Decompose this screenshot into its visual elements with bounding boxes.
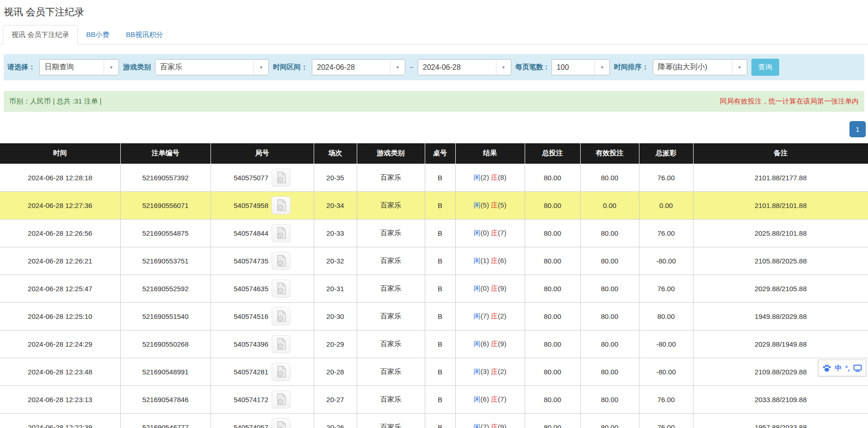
cell-bet-id: 521690556071 (120, 191, 211, 219)
game-type-label: 游戏类别 (123, 63, 151, 72)
video-replay-button[interactable] (272, 363, 291, 381)
date-from-select[interactable]: 2024-06-28 ▼ (312, 59, 405, 75)
keyboard-icon[interactable] (853, 364, 862, 372)
cell-payout: -80.00 (639, 247, 693, 275)
chinese-mode-indicator[interactable]: 中 (835, 364, 842, 373)
table-row: 2024-06-28 12:24:29 521690550268 5405743… (0, 330, 868, 358)
cell-result: 闲(0) 庄(7) (455, 219, 525, 247)
time-range-label: 时间区间： (273, 63, 308, 72)
paw-icon[interactable] (822, 364, 831, 372)
pagination: 1 (849, 121, 866, 137)
chevron-down-icon[interactable]: ▼ (732, 60, 747, 75)
video-replay-button[interactable] (272, 280, 291, 298)
cell-payout: -80.00 (639, 330, 693, 358)
cell-total-bet[interactable]: 80.00 (525, 358, 580, 385)
cell-time: 2024-06-28 12:23:13 (0, 385, 120, 413)
cell-game-type: 百家乐 (357, 247, 425, 275)
filter-bar: 请选择： 日期查询 ▼ 游戏类别 百家乐 ▼ 时间区间： 2024-06-28 … (4, 54, 864, 80)
cell-total-bet[interactable]: 80.00 (525, 191, 580, 219)
video-replay-button[interactable] (272, 169, 291, 187)
col-bet-id: 注单编号 (120, 143, 211, 164)
tab-bb-tip[interactable]: BB小费 (78, 25, 118, 44)
page-1-button[interactable]: 1 (849, 121, 866, 137)
cell-total-bet[interactable]: 80.00 (525, 219, 580, 247)
cell-time: 2024-06-28 12:25:10 (0, 302, 120, 330)
col-note: 备注 (693, 143, 868, 164)
tab-bb-video-points[interactable]: BB视讯积分 (118, 25, 171, 44)
film-document-icon (276, 366, 287, 378)
cell-total-bet[interactable]: 80.00 (525, 385, 580, 413)
chevron-down-icon[interactable]: ▼ (254, 60, 268, 75)
video-replay-button[interactable] (272, 252, 291, 270)
cell-total-bet[interactable]: 80.00 (525, 413, 580, 428)
video-replay-button[interactable] (272, 418, 291, 428)
date-from-value: 2024-06-28 (312, 60, 390, 75)
chevron-down-icon[interactable]: ▼ (104, 60, 118, 75)
film-document-icon (276, 421, 287, 428)
time-sort-value: 降幂(由大到小) (653, 60, 732, 75)
cell-table-no: B (425, 164, 455, 191)
chevron-down-icon[interactable]: ▼ (496, 60, 511, 75)
tab-member-bet-records[interactable]: 视讯 会员下注纪录 (3, 25, 78, 45)
film-document-icon (276, 199, 287, 211)
cell-result: 闲(2) 庄(8) (455, 164, 525, 191)
cell-valid-bet: 80.00 (580, 413, 639, 428)
table-header-row: 时间 注单编号 局号 场次 游戏类别 桌号 结果 总投注 有效投注 总派彩 备注 (0, 143, 868, 164)
cell-table-no: B (425, 358, 455, 385)
cell-round-id: 540574958 (211, 191, 314, 219)
video-replay-button[interactable] (272, 224, 291, 242)
cell-round-id: 540574844 (211, 219, 314, 247)
cell-game-type: 百家乐 (357, 191, 425, 219)
cell-total-bet[interactable]: 80.00 (525, 247, 580, 275)
cell-game-type: 百家乐 (357, 302, 425, 330)
round-id-text: 540574281 (234, 368, 268, 376)
cell-bet-id: 521690546777 (120, 413, 211, 428)
game-type-select[interactable]: 百家乐 ▼ (155, 59, 269, 75)
punctuation-indicator[interactable]: °, (845, 364, 849, 372)
round-id-text: 540574958 (234, 202, 268, 209)
cell-payout: 80.00 (639, 302, 693, 330)
cell-total-bet[interactable]: 80.00 (525, 302, 580, 330)
cell-round-id: 540575077 (211, 164, 314, 191)
query-type-value: 日期查询 (40, 60, 104, 75)
chevron-down-icon[interactable]: ▼ (390, 60, 405, 75)
cell-round-id: 540574172 (211, 385, 314, 413)
cell-table-no: B (425, 302, 455, 330)
col-total-bet: 总投注 (525, 143, 580, 164)
game-type-value: 百家乐 (155, 60, 254, 75)
cell-round-id: 540574516 (211, 302, 314, 330)
cell-total-bet[interactable]: 80.00 (525, 275, 580, 302)
cell-round-id: 540574635 (211, 275, 314, 302)
cell-time: 2024-06-28 12:28:18 (0, 164, 120, 191)
cell-time: 2024-06-28 12:26:21 (0, 247, 120, 275)
cell-bet-id: 521690547846 (120, 385, 211, 413)
video-replay-button[interactable] (272, 196, 291, 214)
cell-note: 2101.88/2177.88 (693, 164, 868, 191)
col-round-id: 局号 (211, 143, 314, 164)
table-row: 2024-06-28 12:26:56 521690554875 5405748… (0, 219, 868, 247)
query-type-select[interactable]: 日期查询 ▼ (39, 59, 119, 75)
query-type-label: 请选择： (7, 63, 35, 72)
cell-total-bet[interactable]: 80.00 (525, 330, 580, 358)
video-replay-button[interactable] (272, 307, 291, 325)
search-button[interactable]: 查询 (751, 59, 779, 76)
time-sort-select[interactable]: 降幂(由大到小) ▼ (653, 59, 747, 75)
per-page-value: 100 (552, 60, 595, 75)
date-to-select[interactable]: 2024-06-28 ▼ (418, 59, 511, 75)
chevron-down-icon[interactable]: ▼ (595, 60, 609, 75)
cell-note: 2105.88/2025.88 (693, 247, 868, 275)
per-page-select[interactable]: 100 ▼ (552, 59, 610, 75)
cell-round-id: 540574735 (211, 247, 314, 275)
film-document-icon (276, 338, 287, 350)
video-replay-button[interactable] (272, 335, 291, 353)
cell-total-bet[interactable]: 80.00 (525, 164, 580, 191)
video-replay-button[interactable] (272, 391, 291, 409)
cell-table-no: B (425, 247, 455, 275)
cell-bet-id: 521690553751 (120, 247, 211, 275)
cell-valid-bet: 80.00 (580, 275, 639, 302)
cell-session: 20-31 (314, 275, 357, 302)
cell-game-type: 百家乐 (357, 358, 425, 385)
cell-valid-bet: 80.00 (580, 330, 639, 358)
film-document-icon (276, 282, 287, 294)
currency-total-text: 币别：人民币 | 总共 :31 注单 | (9, 97, 101, 106)
